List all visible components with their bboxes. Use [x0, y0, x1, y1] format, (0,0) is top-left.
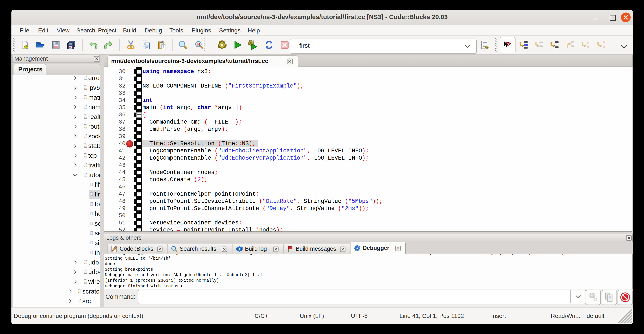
svg-text:R: R [197, 42, 201, 47]
